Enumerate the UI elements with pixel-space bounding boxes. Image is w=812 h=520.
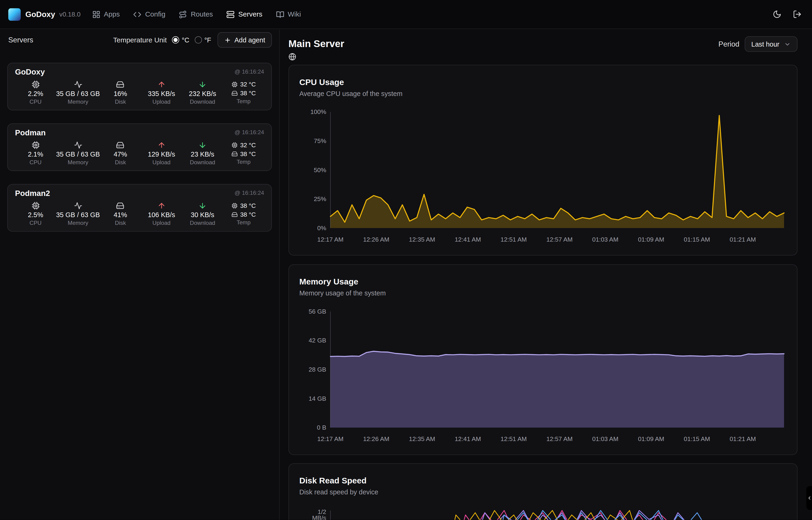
brand-name[interactable]: GoDoxy (25, 10, 55, 19)
chart-title: CPU Usage (299, 78, 787, 87)
svg-text:75%: 75% (314, 137, 326, 145)
disk-temp-value: 38 °C (240, 89, 256, 97)
stat-label: Temp (236, 219, 251, 226)
disk-stat: 41% Disk (100, 202, 141, 226)
add-agent-button[interactable]: Add agent (218, 32, 272, 48)
nav-item-servers[interactable]: Servers (226, 10, 262, 19)
godoxy-logo[interactable] (8, 8, 21, 20)
cpu-temp-value: 38 °C (240, 202, 256, 209)
svg-text:56 GB: 56 GB (309, 308, 326, 315)
arrow-down-icon (198, 202, 207, 210)
cpu-stat: 2.2% CPU (15, 80, 56, 105)
stat-label: CPU (30, 220, 42, 226)
server-list: GoDoxy @ 16:16:24 2.2% CPU 35 GB / 63 GB… (7, 63, 272, 232)
add-agent-label: Add agent (234, 36, 265, 44)
server-stats: 2.5% CPU 35 GB / 63 GB Memory 41% Disk 1… (15, 202, 264, 226)
navbar: GoDoxy v0.18.0 Apps Config Routes Server… (0, 0, 812, 29)
radio-selected-icon (172, 36, 179, 44)
hard-drive-icon (116, 141, 124, 149)
nav-item-wiki[interactable]: Wiki (276, 10, 301, 19)
main-header: Main Server Period Last hour (288, 36, 797, 52)
disk-temp-row: 38 °C (231, 150, 256, 157)
hard-drive-icon (231, 90, 238, 96)
chart-title: Memory Usage (299, 277, 787, 287)
svg-text:12:51 AM: 12:51 AM (501, 436, 527, 442)
disk-read-speed-chart: 1/2MB/s12:17 AM12:26 AM12:35 AM12:41 AM1… (299, 502, 788, 520)
server-card-header: Podman @ 16:16:24 (15, 128, 264, 138)
godoxy-dashboard: GoDoxy v0.18.0 Apps Config Routes Server… (0, 0, 812, 520)
theme-toggle-button[interactable] (773, 10, 782, 19)
celsius-radio[interactable]: °C (172, 36, 189, 44)
disk-stat: 47% Disk (100, 141, 141, 165)
stat-label: CPU (30, 99, 42, 105)
period-group: Period Last hour (719, 36, 797, 52)
period-select[interactable]: Last hour (745, 36, 797, 52)
nav-item-config[interactable]: Config (133, 10, 165, 19)
svg-text:42 GB: 42 GB (309, 337, 326, 344)
temp-stat: 32 °C 38 °C Temp (223, 80, 264, 105)
arrow-up-icon (157, 80, 166, 89)
nav-item-routes[interactable]: Routes (179, 10, 213, 19)
stat-label: Disk (115, 99, 126, 105)
cpu-temp-value: 32 °C (240, 141, 256, 149)
temp-stat: 38 °C 38 °C Temp (223, 202, 264, 226)
stat-label: Download (190, 159, 215, 165)
fahrenheit-radio[interactable]: °F (194, 36, 211, 44)
activity-icon (74, 80, 82, 89)
stat-label: CPU (30, 159, 42, 165)
stat-value: 2.1% (28, 150, 43, 158)
hard-drive-icon (231, 151, 238, 157)
nav-item-apps[interactable]: Apps (92, 10, 120, 19)
stat-value: 35 GB / 63 GB (56, 90, 100, 97)
temperature-unit-label: Temperature Unit (113, 36, 167, 44)
upload-stat: 106 KB/s Upload (141, 202, 182, 226)
chart-subtitle: Memory usage of the system (299, 289, 787, 297)
cpu-icon (231, 203, 238, 209)
server-card[interactable]: Podman2 @ 16:16:24 2.5% CPU 35 GB / 63 G… (7, 184, 272, 232)
server-name: GoDoxy (15, 67, 45, 76)
nav-item-label: Wiki (288, 10, 301, 18)
svg-text:12:57 AM: 12:57 AM (547, 236, 573, 243)
servers-panel-header: Servers Temperature Unit °C °F Add agent (7, 32, 272, 48)
svg-text:01:03 AM: 01:03 AM (592, 436, 619, 442)
download-stat: 232 KB/s Download (182, 80, 223, 105)
upload-stat: 129 KB/s Upload (141, 141, 182, 165)
upload-stat: 335 KB/s Upload (141, 80, 182, 105)
chart-subtitle: Disk read speed by device (299, 488, 787, 496)
cpu-usage-chart: 0%25%50%75%100%12:17 AM12:26 AM12:35 AM1… (299, 104, 788, 247)
svg-text:28 GB: 28 GB (309, 366, 326, 373)
server-card[interactable]: GoDoxy @ 16:16:24 2.2% CPU 35 GB / 63 GB… (7, 63, 272, 110)
memory-usage-card: Memory Usage Memory usage of the system … (288, 264, 797, 455)
celsius-label: °C (182, 36, 189, 44)
svg-text:01:03 AM: 01:03 AM (592, 236, 619, 243)
disk-temp-value: 38 °C (240, 150, 256, 157)
stat-label: Memory (68, 220, 88, 226)
server-timestamp: @ 16:16:24 (235, 129, 264, 135)
stat-value: 30 KB/s (191, 211, 214, 218)
temp-stat: 32 °C 38 °C Temp (223, 141, 264, 165)
chevron-left-icon (807, 496, 812, 501)
svg-text:01:09 AM: 01:09 AM (638, 236, 664, 243)
disk-temp-value: 38 °C (240, 211, 256, 218)
server-card[interactable]: Podman @ 16:16:24 2.1% CPU 35 GB / 63 GB… (7, 123, 272, 171)
arrow-down-icon (198, 80, 207, 89)
panel-collapse-handle[interactable] (806, 486, 812, 510)
memory-stat: 35 GB / 63 GB Memory (56, 141, 100, 165)
svg-text:01:15 AM: 01:15 AM (684, 236, 710, 243)
servers-icon (226, 10, 235, 19)
stat-label: Temp (236, 98, 251, 104)
logout-button[interactable] (793, 10, 802, 19)
server-name: Podman2 (15, 189, 50, 198)
stat-value: 35 GB / 63 GB (56, 150, 100, 158)
cpu-temp-value: 32 °C (240, 81, 256, 88)
server-timestamp: @ 16:16:24 (235, 190, 264, 196)
logout-icon (793, 10, 802, 19)
svg-text:12:17 AM: 12:17 AM (317, 436, 344, 442)
server-card-header: GoDoxy @ 16:16:24 (15, 67, 264, 77)
cpu-icon (231, 81, 238, 87)
svg-text:12:41 AM: 12:41 AM (455, 436, 481, 442)
hard-drive-icon (231, 211, 238, 217)
nav-item-label: Servers (239, 10, 262, 18)
page-title: Main Server (288, 38, 344, 50)
arrow-down-icon (198, 141, 207, 149)
